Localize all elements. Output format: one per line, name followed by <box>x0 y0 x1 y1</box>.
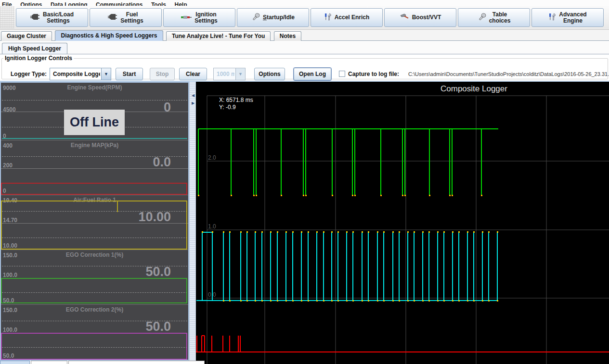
gauge-value: 0 <box>164 100 171 115</box>
tools-icon <box>324 13 332 23</box>
group-box-title: Ignition Logger Controls <box>3 55 74 62</box>
wrench-icon <box>251 13 260 23</box>
capture-to-log-label: Capture to log file: <box>348 68 399 80</box>
basic-load-settings-button[interactable]: Basic/LoadSettings <box>16 8 88 27</box>
menu-data-logging[interactable]: Data Logging <box>51 1 88 6</box>
svg-text:2.0: 2.0 <box>208 154 216 161</box>
options-button[interactable]: Options <box>254 68 285 80</box>
start-button[interactable]: Start <box>116 68 143 80</box>
panel-splitter[interactable]: ◀ ▶ <box>189 82 196 364</box>
wrench-icon <box>478 13 486 23</box>
gauge-value: 50.0 <box>145 264 171 279</box>
collapse-right-icon[interactable]: ▶ <box>190 101 196 105</box>
ignition-settings-button[interactable]: IgnitionSettings <box>163 8 235 27</box>
collapse-left-icon[interactable]: ◀ <box>190 93 196 98</box>
injector-icon <box>108 13 117 22</box>
svg-text:1.0: 1.0 <box>208 223 216 230</box>
menu-bar: File Options Data Logging Communications… <box>0 0 609 6</box>
advanced-engine-button[interactable]: AdvancedEngine <box>531 8 604 27</box>
tunerstudio-window: File Options Data Logging Communications… <box>0 0 609 364</box>
tools-icon <box>548 13 556 23</box>
bottom-tab-1[interactable] <box>0 361 30 364</box>
interval-select: 1000 ms ▼ <box>213 68 246 80</box>
gauge-value: 50.0 <box>145 319 171 334</box>
tab-notes[interactable]: Notes <box>274 31 301 41</box>
toolbar: Basic/LoadSettings FuelSettings Ignition… <box>0 6 609 30</box>
main-tab-bar: Gauge Cluster Diagnostics & High Speed L… <box>0 30 609 41</box>
stop-button: Stop <box>150 68 175 80</box>
bottom-tab-2[interactable] <box>31 361 67 364</box>
afr1-trace <box>1 201 187 250</box>
tab-tune-analyze-live[interactable]: Tune Analyze Live! - Tune For You <box>166 31 271 41</box>
menu-file[interactable]: File <box>2 1 12 6</box>
offline-status-badge: Off Line <box>64 110 125 135</box>
fuel-settings-button[interactable]: FuelSettings <box>90 8 162 27</box>
capture-to-log-checkbox[interactable] <box>339 71 345 77</box>
ignition-logger-controls-panel: Ignition Logger Controls Logger Type: Co… <box>0 54 609 82</box>
injector-icon <box>30 13 40 22</box>
gauge-strip-panel: Engine Speed(RPM) 9000 4500 0 0 Engine M… <box>0 82 189 361</box>
sub-tab-bar: High Speed Logger <box>0 41 609 54</box>
toolbar-grip[interactable] <box>0 6 14 28</box>
gauge-value: 0.0 <box>153 155 171 170</box>
log-file-path: C:\Users\admin\Documents\TunerStudioProj… <box>408 68 609 80</box>
tab-high-speed-logger[interactable]: High Speed Logger <box>2 43 67 54</box>
tab-gauge-cluster[interactable]: Gauge Cluster <box>1 31 52 41</box>
hammer-icon <box>400 13 409 22</box>
clear-button[interactable]: Clear <box>179 68 207 80</box>
sparkplug-icon <box>181 14 192 21</box>
plot-canvas[interactable]: 2.01.00.0 <box>196 82 609 364</box>
accel-enrich-button[interactable]: Accel Enrich <box>311 8 383 27</box>
bottom-tab-3[interactable] <box>68 361 205 364</box>
startup-idle-button[interactable]: Startup/Idle <box>237 8 309 27</box>
engine-map-trace <box>1 183 187 195</box>
open-log-button[interactable]: Open Log <box>294 68 331 80</box>
boost-vvt-button[interactable]: Boost/VVT <box>384 8 456 27</box>
chevron-down-icon: ▼ <box>235 68 245 80</box>
logger-type-select[interactable]: Composite Logger ▼ <box>50 68 111 80</box>
logger-type-label: Logger Type: <box>11 68 47 80</box>
cursor-readout: X: 6571.8 ms Y: -0.9 <box>219 97 253 111</box>
menu-options[interactable]: Options <box>20 1 42 6</box>
tab-diagnostics-high-speed-loggers[interactable]: Diagnostics & High Speed Loggers <box>55 30 163 41</box>
menu-communications[interactable]: Communications <box>96 1 143 6</box>
ego2-trace <box>1 333 187 360</box>
ego1-trace <box>1 278 187 303</box>
afr1-trace-dip <box>117 201 118 212</box>
chevron-down-icon[interactable]: ▼ <box>101 68 111 80</box>
menu-help[interactable]: Help <box>174 1 187 6</box>
table-choices-button[interactable]: Tablechoices <box>458 8 530 27</box>
engine-speed-trace <box>2 138 187 139</box>
composite-logger-plot[interactable]: 2.01.00.0 Composite Logger X: 6571.8 ms … <box>196 82 609 364</box>
menu-tools[interactable]: Tools <box>151 1 166 6</box>
plot-title: Composite Logger <box>441 84 507 94</box>
